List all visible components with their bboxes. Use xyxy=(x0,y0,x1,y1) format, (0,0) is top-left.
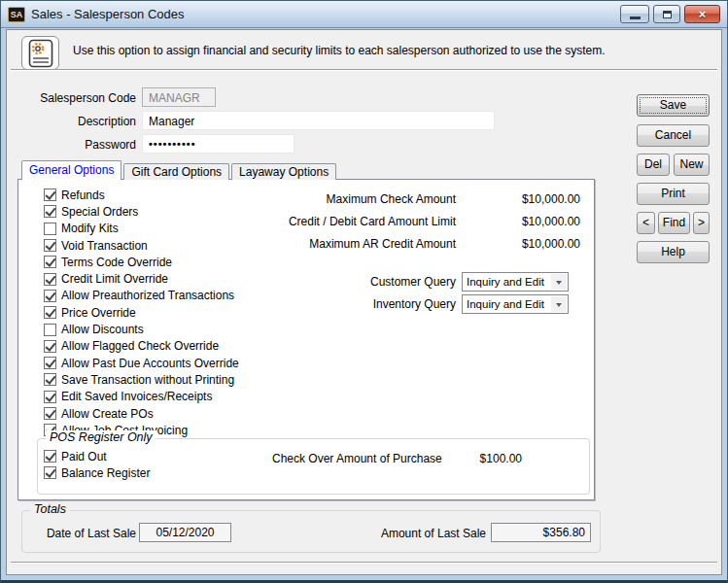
salesperson-code-field: MANAGR xyxy=(142,87,216,107)
tab-strip: General OptionsGift Card OptionsLayaway … xyxy=(21,160,338,180)
checkbox-allow-flagged-check-override[interactable] xyxy=(44,340,56,353)
checkbox-label: Edit Saved Invoices/Receipts xyxy=(61,390,212,403)
query-row-customer-query: Customer QueryInquiry and Edit xyxy=(164,272,569,292)
amount-value: $10,000.00 xyxy=(456,237,580,251)
checkbox-label: Balance Register xyxy=(61,466,150,480)
amount-value: $10,000.00 xyxy=(456,192,580,206)
checkbox-modify-kits[interactable] xyxy=(44,223,56,235)
dialog-description: Use this option to assign financial and … xyxy=(73,44,700,57)
minimize-button[interactable] xyxy=(620,5,649,23)
tab-general-options[interactable]: General Options xyxy=(21,160,121,180)
checkbox-special-orders[interactable] xyxy=(44,205,56,218)
settings-document-icon xyxy=(21,36,59,70)
previous-record-button[interactable]: < xyxy=(637,212,655,234)
tab-gift-card-options[interactable]: Gift Card Options xyxy=(123,163,229,180)
checkbox-allow-create-pos[interactable] xyxy=(44,407,56,420)
checkbox-row-balance-register: Balance Register xyxy=(44,464,150,481)
amount-list: Maximum Check Amount$10,000.00Credit / D… xyxy=(164,188,580,255)
save-button[interactable]: Save xyxy=(637,94,710,117)
general-options-panel: RefundsSpecial OrdersModify KitsVoid Tra… xyxy=(17,179,595,500)
cancel-button[interactable]: Cancel xyxy=(637,124,710,147)
amount-value: $10,000.00 xyxy=(456,215,580,228)
checkbox-label: Special Orders xyxy=(61,205,138,219)
checkbox-row-allow-past-due-accounts-override: Allow Past Due Accounts Override xyxy=(44,355,239,371)
amount-label: Maximum AR Credit Amount xyxy=(164,237,456,251)
tab-layaway-options[interactable]: Layaway Options xyxy=(231,163,336,180)
checkbox-label: Modify Kits xyxy=(61,222,119,235)
description-field[interactable]: Manager xyxy=(142,111,495,130)
amount-of-last-sale-label: Amount of Last Sale xyxy=(314,527,486,540)
date-of-last-sale-label: Date of Last Sale xyxy=(22,527,136,540)
app-icon: SA xyxy=(8,7,25,22)
delete-button[interactable]: Del xyxy=(637,154,670,176)
amount-label: Credit / Debit Card Amount Limit xyxy=(164,215,456,228)
chevron-down-icon[interactable] xyxy=(551,274,567,290)
checkbox-label: Void Transaction xyxy=(61,239,148,253)
query-row-inventory-query: Inventory QueryInquiry and Edit xyxy=(164,294,569,314)
checkbox-row-allow-flagged-check-override: Allow Flagged Check Override xyxy=(44,338,239,355)
checkbox-label: Allow Past Due Accounts Override xyxy=(61,357,239,370)
new-button[interactable]: New xyxy=(674,154,710,176)
amount-of-last-sale-field: $356.80 xyxy=(491,523,591,542)
chevron-down-icon[interactable] xyxy=(551,296,567,312)
checkbox-edit-saved-invoices-receipts[interactable] xyxy=(44,391,56,403)
help-button[interactable]: Help xyxy=(637,241,710,263)
checkbox-allow-preauthorized-transactions[interactable] xyxy=(44,290,56,302)
customer-query-select[interactable]: Inquiry and Edit xyxy=(462,272,569,292)
combo-selected-value: Inquiry and Edit xyxy=(463,295,550,313)
checkbox-label: Credit Limit Override xyxy=(61,272,168,286)
checkbox-label: Allow Create POs xyxy=(61,407,154,421)
checkbox-allow-discounts[interactable] xyxy=(44,324,56,336)
pos-register-groupbox: POS Register Only Paid OutBalance Regist… xyxy=(37,438,590,495)
checkbox-label: Save Transaction without Printing xyxy=(61,373,234,387)
checkbox-balance-register[interactable] xyxy=(44,466,56,479)
close-icon: × xyxy=(699,7,707,21)
check-over-amount-label: Check Over Amount of Purchase xyxy=(272,452,442,465)
checkbox-row-edit-saved-invoices-receipts: Edit Saved Invoices/Receipts xyxy=(44,389,239,405)
checkbox-credit-limit-override[interactable] xyxy=(44,273,56,286)
checkbox-label: Allow Flagged Check Override xyxy=(61,339,219,353)
checkbox-row-terms-code-override: Terms Code Override xyxy=(44,254,239,270)
sales-salesperson-codes-window: SA Sales - Salesperson Codes × Use this … xyxy=(0,0,728,583)
window-title: Sales - Salesperson Codes xyxy=(31,7,620,21)
query-list: Customer QueryInquiry and EditInventory … xyxy=(164,272,569,317)
password-field[interactable]: •••••••••• xyxy=(142,134,295,154)
checkbox-void-transaction[interactable] xyxy=(44,239,56,252)
checkbox-price-override[interactable] xyxy=(44,306,56,319)
checkbox-row-save-transaction-without-printing: Save Transaction without Printing xyxy=(44,371,239,388)
find-button[interactable]: Find xyxy=(658,212,690,234)
amount-row-maximum-ar-credit-amount: Maximum AR Credit Amount$10,000.00 xyxy=(164,232,580,255)
checkbox-label: Paid Out xyxy=(61,450,107,463)
print-button[interactable]: Print xyxy=(637,183,710,205)
salesperson-code-label: Salesperson Code xyxy=(7,90,136,106)
pos-register-title: POS Register Only xyxy=(46,430,156,444)
title-bar[interactable]: SA Sales - Salesperson Codes × xyxy=(1,1,727,28)
checkbox-terms-code-override[interactable] xyxy=(44,256,56,268)
checkbox-allow-past-due-accounts-override[interactable] xyxy=(44,357,56,369)
checkbox-label: Allow Discounts xyxy=(61,323,144,336)
password-label: Password xyxy=(7,137,136,153)
description-label: Description xyxy=(7,114,136,129)
next-record-button[interactable]: > xyxy=(693,212,710,234)
close-button[interactable]: × xyxy=(684,5,720,23)
inventory-query-select[interactable]: Inquiry and Edit xyxy=(462,294,569,314)
checkbox-label: Refunds xyxy=(61,189,105,202)
restore-icon xyxy=(663,11,672,18)
restore-button[interactable] xyxy=(653,5,680,23)
checkbox-paid-out[interactable] xyxy=(44,450,56,463)
checkbox-refunds[interactable] xyxy=(44,189,56,201)
checkbox-row-paid-out: Paid Out xyxy=(44,448,150,464)
check-over-amount-value: $100.00 xyxy=(444,452,522,465)
amount-row-credit-debit-card-amount-limit: Credit / Debit Card Amount Limit$10,000.… xyxy=(164,210,580,232)
totals-groupbox: Totals Date of Last Sale 05/12/2020 Amou… xyxy=(21,510,601,553)
query-label: Inventory Query xyxy=(373,294,456,314)
combo-selected-value: Inquiry and Edit xyxy=(463,273,550,291)
checkbox-label: Terms Code Override xyxy=(61,256,172,269)
dialog-body: Use this option to assign financial and … xyxy=(6,29,722,575)
checkbox-save-transaction-without-printing[interactable] xyxy=(44,373,56,386)
minimize-icon xyxy=(630,17,641,19)
checkbox-label: Price Override xyxy=(61,306,136,320)
pos-checkbox-list: Paid OutBalance Register xyxy=(44,448,150,482)
amount-label: Maximum Check Amount xyxy=(164,192,456,206)
amount-row-maximum-check-amount: Maximum Check Amount$10,000.00 xyxy=(164,188,580,210)
